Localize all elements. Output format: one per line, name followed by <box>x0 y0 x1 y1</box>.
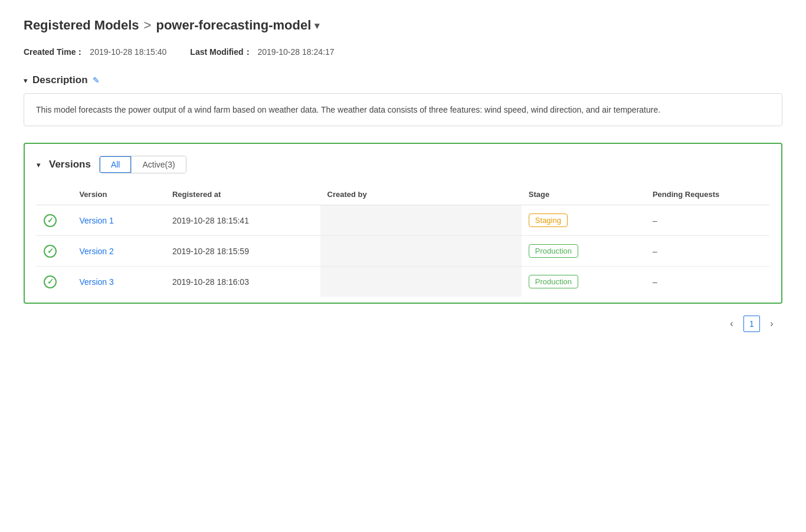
stage-badge: Staging <box>529 214 568 227</box>
row-check-cell: ✓ <box>37 267 72 297</box>
row-check-cell: ✓ <box>37 236 72 267</box>
version-link[interactable]: Version 3 <box>79 277 113 287</box>
pending-value: – <box>653 277 657 287</box>
check-icon: ✓ <box>44 275 57 288</box>
row-stage-cell: Staging <box>522 205 646 236</box>
model-name-label: power-forecasting-model <box>156 18 311 33</box>
versions-header: ▾ Versions All Active(3) <box>37 156 769 173</box>
stage-badge: Production <box>529 244 578 258</box>
row-created-by-cell <box>320 267 522 297</box>
pagination-next[interactable]: › <box>764 316 780 332</box>
pagination-current[interactable]: 1 <box>743 316 760 332</box>
table-header-row: Version Registered at Created by Stage P… <box>37 184 769 205</box>
description-edit-icon[interactable]: ✎ <box>93 75 100 85</box>
header-stage: Stage <box>522 184 646 205</box>
row-check-cell: ✓ <box>37 205 72 236</box>
breadcrumb-model: power-forecasting-model ▾ <box>156 18 319 33</box>
last-modified: Last Modified： 2019-10-28 18:24:17 <box>190 47 334 58</box>
pagination: ‹ 1 › <box>24 316 782 332</box>
versions-tab-group: All Active(3) <box>99 156 186 173</box>
created-value: 2019-10-28 18:15:40 <box>90 47 166 57</box>
description-collapse-icon[interactable]: ▾ <box>24 76 28 85</box>
row-pending-cell: – <box>646 267 769 297</box>
versions-container: ▾ Versions All Active(3) Version Registe… <box>24 143 782 304</box>
table-row: ✓ Version 2 2019-10-28 18:15:59 Producti… <box>37 236 769 267</box>
header-version: Version <box>72 184 165 205</box>
row-registered-at-cell: 2019-10-28 18:15:41 <box>165 205 320 236</box>
row-registered-at-cell: 2019-10-28 18:16:03 <box>165 267 320 297</box>
versions-title: Versions <box>49 159 91 170</box>
versions-table: Version Registered at Created by Stage P… <box>37 184 769 297</box>
description-text: This model forecasts the power output of… <box>36 105 660 114</box>
created-time: Created Time： 2019-10-28 18:15:40 <box>24 47 166 58</box>
header-registered-at: Registered at <box>165 184 320 205</box>
meta-row: Created Time： 2019-10-28 18:15:40 Last M… <box>24 47 782 58</box>
row-version-cell: Version 1 <box>72 205 165 236</box>
description-box: This model forecasts the power output of… <box>24 93 782 126</box>
row-version-cell: Version 3 <box>72 267 165 297</box>
description-section-header: ▾ Description ✎ <box>24 74 782 86</box>
tab-all[interactable]: All <box>99 156 132 173</box>
row-registered-at-cell: 2019-10-28 18:15:59 <box>165 236 320 267</box>
row-stage-cell: Production <box>522 236 646 267</box>
check-icon: ✓ <box>44 214 57 227</box>
header-pending-requests: Pending Requests <box>646 184 769 205</box>
version-link[interactable]: Version 1 <box>79 216 113 225</box>
header-created-by: Created by <box>320 184 522 205</box>
table-row: ✓ Version 3 2019-10-28 18:16:03 Producti… <box>37 267 769 297</box>
row-pending-cell: – <box>646 236 769 267</box>
row-created-by-cell <box>320 205 522 236</box>
tab-active[interactable]: Active(3) <box>131 156 185 173</box>
version-link[interactable]: Version 2 <box>79 247 113 256</box>
stage-badge: Production <box>529 275 578 288</box>
check-icon: ✓ <box>44 245 57 258</box>
pending-value: – <box>653 247 657 256</box>
description-title: Description <box>32 74 88 86</box>
header-check <box>37 184 72 205</box>
pagination-prev[interactable]: ‹ <box>723 316 740 332</box>
breadcrumb: Registered Models > power-forecasting-mo… <box>24 18 782 33</box>
row-pending-cell: – <box>646 205 769 236</box>
modified-label: Last Modified： <box>190 47 251 57</box>
model-dropdown-arrow[interactable]: ▾ <box>314 20 319 31</box>
breadcrumb-separator: > <box>144 18 152 33</box>
row-stage-cell: Production <box>522 267 646 297</box>
row-version-cell: Version 2 <box>72 236 165 267</box>
table-row: ✓ Version 1 2019-10-28 18:15:41 Staging … <box>37 205 769 236</box>
pending-value: – <box>653 216 657 225</box>
breadcrumb-registered[interactable]: Registered Models <box>24 18 139 33</box>
versions-collapse-icon[interactable]: ▾ <box>37 160 41 169</box>
row-created-by-cell <box>320 236 522 267</box>
created-label: Created Time： <box>24 47 84 57</box>
modified-value: 2019-10-28 18:24:17 <box>257 47 334 57</box>
